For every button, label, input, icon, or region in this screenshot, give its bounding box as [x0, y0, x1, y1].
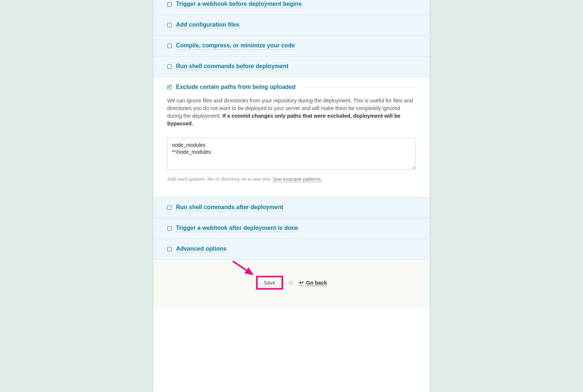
section-title: Run shell commands after deployment — [176, 204, 283, 211]
back-arrow-icon: ↩ — [299, 279, 304, 286]
or-text: or — [289, 280, 293, 286]
section-title: Exclude certain paths from being uploade… — [176, 84, 296, 90]
exclude-description: We can ignore files and directories from… — [167, 97, 416, 128]
save-highlight: Save — [256, 276, 283, 290]
svg-line-1 — [233, 261, 253, 274]
footer-actions: Save or ↩ Go back — [153, 260, 430, 308]
section-config-files[interactable]: Add configuration files — [153, 15, 430, 36]
divider — [304, 87, 416, 87]
helper-row: Add each pattern, file or directory on a… — [167, 176, 416, 182]
section-advanced[interactable]: Advanced options — [153, 239, 430, 260]
save-button[interactable]: Save — [258, 277, 282, 288]
go-back-label: Go back — [306, 280, 327, 286]
section-webhook-after[interactable]: Trigger a webhook after deployment is do… — [153, 218, 430, 239]
section-title: Trigger a webhook before deployment begi… — [176, 1, 302, 8]
section-title: Advanced options — [176, 246, 227, 253]
section-compile[interactable]: Compile, compress, or minimize your code — [153, 36, 430, 56]
section-title: Run shell commands before deployment — [176, 63, 289, 70]
section-shell-before[interactable]: Run shell commands before deployment — [153, 56, 430, 77]
settings-panel: Trigger a webhook before deployment begi… — [153, 0, 430, 392]
section-shell-after[interactable]: Run shell commands after deployment — [153, 197, 430, 218]
checkbox-icon — [167, 247, 172, 251]
section-title: Add configuration files — [176, 21, 239, 29]
annotation-arrow-icon — [231, 259, 257, 279]
section-webhook-before[interactable]: Trigger a webhook before deployment begi… — [153, 0, 430, 15]
section-exclude-paths: Exclude certain paths from being uploade… — [153, 77, 430, 197]
checkbox-icon — [167, 226, 172, 231]
checkbox-icon — [167, 64, 172, 69]
checkbox-icon — [167, 205, 172, 210]
checkbox-icon — [167, 2, 172, 7]
exclude-patterns-input[interactable] — [167, 138, 416, 170]
checkbox-checked-icon — [167, 85, 172, 89]
helper-text: Add each pattern, file or directory on a… — [167, 176, 273, 182]
section-title: Compile, compress, or minimize your code — [176, 42, 295, 50]
checkbox-icon — [167, 23, 172, 27]
go-back-link[interactable]: ↩ Go back — [299, 279, 327, 286]
section-title: Trigger a webhook after deployment is do… — [176, 225, 298, 232]
example-patterns-link[interactable]: See example patterns. — [273, 176, 322, 182]
checkbox-icon — [167, 44, 172, 48]
